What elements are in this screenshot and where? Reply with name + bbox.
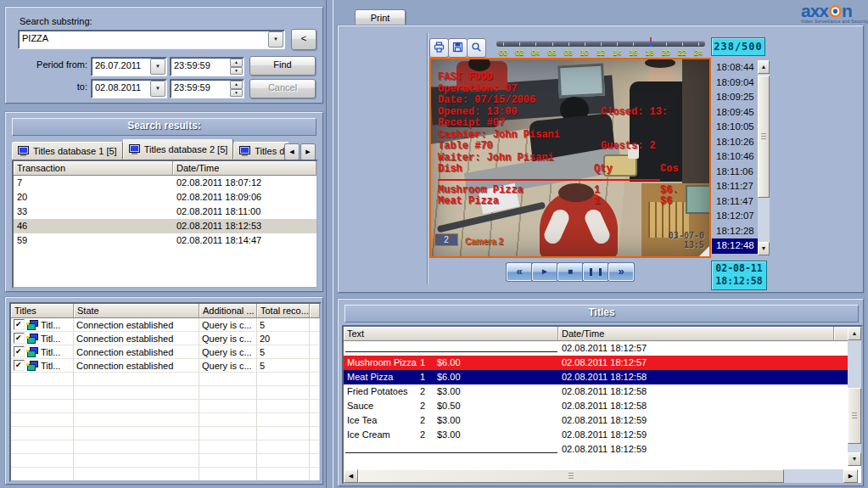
fast-forward-button[interactable]: » [608,263,634,281]
from-date-dropdown-icon[interactable]: ▼ [150,59,165,75]
total-col-header[interactable]: Total reco... [257,304,310,318]
state-col-header[interactable]: State [74,304,199,318]
timestamp-item[interactable]: 18:13:08 [712,254,758,256]
to-date-dropdown-icon[interactable]: ▼ [150,81,165,97]
scrollbar-thumb[interactable] [758,76,770,198]
tab-titles-database-2[interactable]: Titles database 2 [5] [123,139,234,160]
total-cell: 5 [257,318,310,332]
titles-hscrollbar[interactable]: ◀ ▶ [344,469,858,483]
title-text: Titl... [41,334,60,344]
zoom-frame-button[interactable] [467,38,486,58]
cancel-button[interactable]: Cancel [249,79,316,98]
tab-scroll-left-icon[interactable]: ◀ [284,143,300,160]
play-button[interactable]: ► [532,263,557,281]
scroll-down-icon[interactable]: ▼ [758,242,770,255]
checkbox-checked[interactable] [14,360,25,371]
titles-scroll-left-icon[interactable]: ◀ [344,469,358,483]
table-row[interactable]: Ice Tea2$3.0002.08.2011 18:12:59 [344,413,861,428]
table-row[interactable]: Ice Cream2$3.0002.08.2011 18:12:59 [344,428,861,442]
resize-grip-icon[interactable] [699,246,709,256]
timestamp-item[interactable]: 18:12:07 [712,209,758,224]
timeline-tick [519,42,520,46]
timeline-marker[interactable] [650,41,652,47]
datetime-cell: 02.08.2011 18:09:06 [173,190,316,205]
timestamp-item[interactable]: 18:10:26 [712,135,758,150]
table-row[interactable]: 3302.08.2011 18:11:00 [14,205,316,219]
table-row[interactable]: Sauce2$0.5002.08.2011 18:12:58 [344,399,861,413]
table-row[interactable]: Titl...Connection establishedQuery is c.… [11,345,320,359]
osd-line-6: Cashier: John Pisani [438,129,560,141]
item-name: Fried Potatoes [347,384,408,399]
table-row[interactable]: Titl...Connection establishedQuery is c.… [11,332,320,345]
timestamp-item[interactable]: 18:12:28 [712,224,758,239]
tab-scroll-right-icon[interactable]: ▶ [300,143,316,160]
timestamp-item[interactable]: 18:12:48 [712,238,758,254]
text-col-header[interactable]: Text [344,327,558,341]
titles-scroll-right-icon[interactable]: ▶ [843,469,858,483]
timestamp-item[interactable]: 18:09:04 [712,76,758,91]
timestamp-item[interactable]: 18:09:25 [712,90,758,105]
video-frame[interactable]: FAST FOOD Operation: 07 Date: 07/15/2006… [429,58,711,258]
additional-col-header[interactable]: Additional ... [199,304,257,318]
to-time-field[interactable]: 23:59:59 ▲▼ [170,79,244,98]
table-row[interactable]: Titl...Connection establishedQuery is c.… [11,359,320,373]
table-row[interactable]: Titl...Connection establishedQuery is c.… [11,318,320,332]
table-row[interactable]: Fried Potatoes2$3.0002.08.2011 18:12:58 [344,384,861,399]
search-results-panel: Search results: Titles database 1 [5]Tit… [5,112,323,292]
titles-vscrollbar[interactable]: ▲ ▼ [848,327,861,466]
table-row[interactable]: 2002.08.2011 18:09:06 [14,190,316,205]
checkbox-checked[interactable] [14,346,25,357]
table-row[interactable]: 4602.08.2011 18:12:53 [14,219,316,233]
table-row[interactable]: 702.08.2011 18:07:12 [14,176,316,190]
checkbox-checked[interactable] [14,333,25,344]
titles-hscroll-thumb[interactable] [358,469,784,483]
timestamp-item[interactable]: 18:11:47 [712,194,758,210]
timeline-scale[interactable]: 00020406081012141618202224 [496,40,705,59]
titles-col-header[interactable]: Titles [11,304,74,318]
collapse-button[interactable]: < [291,29,316,50]
from-date-field[interactable]: 26.07.2011 ▼ [91,57,167,76]
save-frame-button[interactable] [448,38,468,58]
item-qty: 2 [413,399,432,413]
search-input[interactable]: PIZZA ▼ [18,30,285,49]
timestamps-scrollbar[interactable]: ▲ ▼ [758,60,770,255]
timestamp-item[interactable]: 18:11:06 [712,165,758,180]
titles-vscroll-thumb[interactable] [848,388,861,444]
table-row[interactable]: 02.08.2011 18:12:59 [344,442,861,457]
to-date-field[interactable]: 02.08.2011 ▼ [91,79,167,98]
stop-button[interactable]: ■ [557,263,583,281]
from-time-field[interactable]: 23:59:59 ▲▼ [170,57,244,76]
table-row[interactable]: Mushroom Pizza1$6.0002.08.2011 18:12:57 [344,356,861,370]
timestamp-item[interactable]: 18:09:45 [712,105,758,121]
titles-scroll-up-icon[interactable]: ▲ [848,327,861,340]
from-time-up-icon[interactable]: ▲ [230,59,243,67]
tab-titles-database-3[interactable]: Titles dat. [233,142,288,160]
empty-row [11,454,320,468]
rewind-button[interactable]: « [507,263,532,281]
scroll-up-icon[interactable]: ▲ [758,60,770,74]
datetime-col-header[interactable]: Date/Time [173,161,316,176]
timeline-tick-label: 04 [529,48,542,57]
tab-titles-database-1[interactable]: Titles database 1 [5] [12,142,123,160]
player-print-button[interactable] [429,38,449,58]
table-row[interactable]: Meat Pizza1$6.0002.08.2011 18:12:58 [344,370,861,384]
pause-button[interactable] [583,263,608,281]
table-row[interactable]: 02.08.2011 18:12:57 [344,341,861,356]
titles-datetime-col-header[interactable]: Date/Time [558,327,834,341]
find-button[interactable]: Find [249,56,316,76]
timeline-tick-label: 10 [578,48,591,57]
from-time-down-icon[interactable]: ▼ [230,67,243,76]
timestamp-item[interactable]: 18:10:46 [712,149,758,165]
search-dropdown-icon[interactable]: ▼ [268,31,283,48]
table-row[interactable]: 5902.08.2011 18:14:47 [14,233,316,248]
transactions-col-header[interactable]: Transaction [14,161,173,176]
timestamp-item[interactable]: 18:10:05 [712,120,758,135]
to-time-down-icon[interactable]: ▼ [230,89,243,98]
timestamp-item[interactable]: 18:08:44 [712,60,758,76]
timeline-tick [585,42,585,46]
timestamp-item[interactable]: 18:11:27 [712,179,758,194]
to-time-up-icon[interactable]: ▲ [230,81,243,89]
timeline-tick [535,42,536,46]
titles-scroll-down-icon[interactable]: ▼ [848,452,861,466]
checkbox-checked[interactable] [14,319,25,330]
